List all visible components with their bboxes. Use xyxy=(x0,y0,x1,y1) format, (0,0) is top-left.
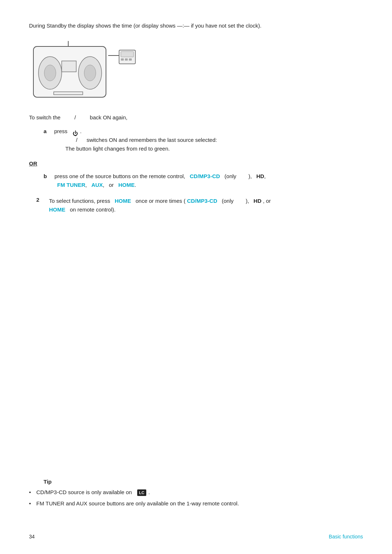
step-2: 2 To select functions, press HOME once o… xyxy=(36,197,363,214)
page-content: During Standby the display shows the tim… xyxy=(0,0,392,554)
tip-item-2: FM TUNER and AUX source buttons are only… xyxy=(29,500,363,508)
svg-rect-6 xyxy=(62,61,76,72)
intro-paragraph: During Standby the display shows the tim… xyxy=(29,22,363,30)
svg-rect-10 xyxy=(121,52,134,57)
tip-item-1: CD/MP3-CD source is only available on LC… xyxy=(29,488,363,497)
or-label: OR xyxy=(29,160,363,167)
step-b: b press one of the source buttons on the… xyxy=(44,172,363,189)
svg-point-3 xyxy=(44,65,56,81)
svg-rect-7 xyxy=(54,92,83,95)
page-footer: 34 Basic functions xyxy=(29,534,363,539)
power-icon: ⏻ xyxy=(73,129,78,134)
step-a-indent: / switches ON and remembers the last sou… xyxy=(65,136,363,153)
tip-title: Tip xyxy=(44,479,363,485)
svg-point-5 xyxy=(84,65,96,81)
device-diagram xyxy=(29,41,363,103)
tip-section: Tip CD/MP3-CD source is only available o… xyxy=(29,479,363,510)
footer-section-label: Basic functions xyxy=(329,534,363,539)
svg-rect-13 xyxy=(129,58,132,61)
lc-badge: LC xyxy=(137,489,146,496)
tip-list: CD/MP3-CD source is only available on LC… xyxy=(29,488,363,508)
step-a: a press ⏻ . / switches ON and remembers … xyxy=(44,127,363,153)
step-2-content: To select functions, press HOME once or … xyxy=(49,197,271,214)
page-number: 34 xyxy=(29,534,35,539)
svg-rect-11 xyxy=(121,58,124,61)
step-a-content: a press ⏻ . xyxy=(44,127,363,136)
step-b-content: b press one of the source buttons on the… xyxy=(44,172,363,189)
switch-paragraph: To switch the / back ON again, xyxy=(29,114,363,122)
or-section: OR b press one of the source buttons on … xyxy=(29,160,363,189)
connector-svg xyxy=(108,46,141,75)
svg-rect-12 xyxy=(125,58,128,61)
